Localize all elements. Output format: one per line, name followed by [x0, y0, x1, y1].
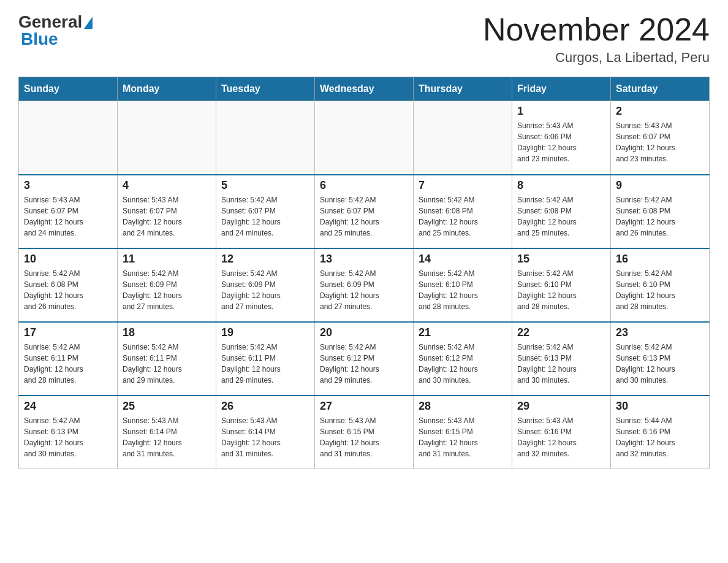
day-number: 22 — [517, 326, 605, 339]
day-number: 13 — [320, 253, 408, 266]
logo-line2: Blue — [18, 29, 58, 49]
weekday-header-friday: Friday — [512, 77, 611, 101]
weekday-header-saturday: Saturday — [611, 77, 710, 101]
day-info: Sunrise: 5:43 AMSunset: 6:15 PMDaylight:… — [320, 415, 408, 459]
calendar-cell — [216, 101, 315, 175]
day-info: Sunrise: 5:42 AMSunset: 6:08 PMDaylight:… — [24, 268, 112, 312]
day-info: Sunrise: 5:42 AMSunset: 6:11 PMDaylight:… — [123, 342, 211, 386]
day-number: 23 — [616, 326, 704, 339]
day-info: Sunrise: 5:42 AMSunset: 6:10 PMDaylight:… — [419, 268, 507, 312]
calendar-week-3: 10Sunrise: 5:42 AMSunset: 6:08 PMDayligh… — [19, 248, 710, 322]
page-title: November 2024 — [483, 12, 710, 47]
day-number: 15 — [517, 253, 605, 266]
day-number: 21 — [419, 326, 507, 339]
day-info: Sunrise: 5:42 AMSunset: 6:09 PMDaylight:… — [320, 268, 408, 312]
day-info: Sunrise: 5:42 AMSunset: 6:13 PMDaylight:… — [517, 342, 605, 386]
day-info: Sunrise: 5:42 AMSunset: 6:12 PMDaylight:… — [419, 342, 507, 386]
day-info: Sunrise: 5:42 AMSunset: 6:09 PMDaylight:… — [221, 268, 309, 312]
day-info: Sunrise: 5:43 AMSunset: 6:16 PMDaylight:… — [517, 415, 605, 459]
day-number: 28 — [419, 400, 507, 413]
calendar-week-1: 1Sunrise: 5:43 AMSunset: 6:06 PMDaylight… — [19, 101, 710, 175]
calendar-cell: 30Sunrise: 5:44 AMSunset: 6:16 PMDayligh… — [611, 396, 710, 469]
calendar-cell: 8Sunrise: 5:42 AMSunset: 6:08 PMDaylight… — [512, 175, 611, 248]
logo-triangle-icon — [84, 17, 93, 29]
calendar-header-row: SundayMondayTuesdayWednesdayThursdayFrid… — [19, 77, 710, 101]
weekday-header-sunday: Sunday — [19, 77, 118, 101]
calendar-cell: 15Sunrise: 5:42 AMSunset: 6:10 PMDayligh… — [512, 248, 611, 322]
day-info: Sunrise: 5:42 AMSunset: 6:07 PMDaylight:… — [221, 194, 309, 239]
calendar-cell: 10Sunrise: 5:42 AMSunset: 6:08 PMDayligh… — [19, 248, 118, 322]
day-info: Sunrise: 5:42 AMSunset: 6:09 PMDaylight:… — [123, 268, 211, 312]
calendar-cell — [19, 101, 118, 175]
day-info: Sunrise: 5:43 AMSunset: 6:14 PMDaylight:… — [123, 415, 211, 459]
day-number: 16 — [616, 253, 704, 266]
day-number: 26 — [221, 400, 309, 413]
calendar-cell: 14Sunrise: 5:42 AMSunset: 6:10 PMDayligh… — [414, 248, 512, 322]
calendar-week-2: 3Sunrise: 5:43 AMSunset: 6:07 PMDaylight… — [19, 175, 710, 248]
calendar-cell: 6Sunrise: 5:42 AMSunset: 6:07 PMDaylight… — [315, 175, 414, 248]
day-number: 4 — [123, 179, 211, 192]
day-number: 25 — [123, 400, 211, 413]
weekday-header-wednesday: Wednesday — [315, 77, 414, 101]
calendar-cell: 27Sunrise: 5:43 AMSunset: 6:15 PMDayligh… — [315, 396, 414, 469]
day-number: 18 — [123, 326, 211, 339]
day-info: Sunrise: 5:42 AMSunset: 6:10 PMDaylight:… — [616, 268, 704, 312]
day-info: Sunrise: 5:42 AMSunset: 6:07 PMDaylight:… — [320, 194, 408, 239]
day-info: Sunrise: 5:42 AMSunset: 6:13 PMDaylight:… — [24, 415, 112, 459]
day-info: Sunrise: 5:43 AMSunset: 6:14 PMDaylight:… — [221, 415, 309, 459]
day-number: 11 — [123, 253, 211, 266]
calendar-cell: 9Sunrise: 5:42 AMSunset: 6:08 PMDaylight… — [611, 175, 710, 248]
page-subtitle: Curgos, La Libertad, Peru — [483, 50, 710, 66]
day-number: 14 — [419, 253, 507, 266]
calendar-cell: 1Sunrise: 5:43 AMSunset: 6:06 PMDaylight… — [512, 101, 611, 175]
calendar-cell: 13Sunrise: 5:42 AMSunset: 6:09 PMDayligh… — [315, 248, 414, 322]
page-header: General Blue November 2024 Curgos, La Li… — [18, 12, 710, 66]
calendar-week-4: 17Sunrise: 5:42 AMSunset: 6:11 PMDayligh… — [19, 322, 710, 396]
day-number: 27 — [320, 400, 408, 413]
calendar-cell: 25Sunrise: 5:43 AMSunset: 6:14 PMDayligh… — [118, 396, 216, 469]
calendar-week-5: 24Sunrise: 5:42 AMSunset: 6:13 PMDayligh… — [19, 396, 710, 469]
calendar-cell — [118, 101, 216, 175]
calendar-cell: 4Sunrise: 5:43 AMSunset: 6:07 PMDaylight… — [118, 175, 216, 248]
day-number: 10 — [24, 253, 112, 266]
calendar-cell: 20Sunrise: 5:42 AMSunset: 6:12 PMDayligh… — [315, 322, 414, 396]
day-info: Sunrise: 5:42 AMSunset: 6:11 PMDaylight:… — [24, 342, 112, 386]
day-number: 6 — [320, 179, 408, 192]
day-info: Sunrise: 5:43 AMSunset: 6:07 PMDaylight:… — [24, 194, 112, 239]
calendar-cell — [414, 101, 512, 175]
day-info: Sunrise: 5:42 AMSunset: 6:08 PMDaylight:… — [517, 194, 605, 239]
calendar-cell: 7Sunrise: 5:42 AMSunset: 6:08 PMDaylight… — [414, 175, 512, 248]
day-number: 29 — [517, 400, 605, 413]
calendar-cell: 19Sunrise: 5:42 AMSunset: 6:11 PMDayligh… — [216, 322, 315, 396]
day-number: 8 — [517, 179, 605, 192]
day-number: 17 — [24, 326, 112, 339]
day-number: 7 — [419, 179, 507, 192]
day-info: Sunrise: 5:42 AMSunset: 6:13 PMDaylight:… — [616, 342, 704, 386]
calendar-cell: 12Sunrise: 5:42 AMSunset: 6:09 PMDayligh… — [216, 248, 315, 322]
calendar-cell: 5Sunrise: 5:42 AMSunset: 6:07 PMDaylight… — [216, 175, 315, 248]
calendar-cell: 23Sunrise: 5:42 AMSunset: 6:13 PMDayligh… — [611, 322, 710, 396]
day-info: Sunrise: 5:43 AMSunset: 6:15 PMDaylight:… — [419, 415, 507, 459]
weekday-header-monday: Monday — [118, 77, 216, 101]
weekday-header-tuesday: Tuesday — [216, 77, 315, 101]
day-info: Sunrise: 5:44 AMSunset: 6:16 PMDaylight:… — [616, 415, 704, 459]
calendar-cell: 26Sunrise: 5:43 AMSunset: 6:14 PMDayligh… — [216, 396, 315, 469]
day-number: 19 — [221, 326, 309, 339]
day-info: Sunrise: 5:42 AMSunset: 6:10 PMDaylight:… — [517, 268, 605, 312]
calendar-cell: 2Sunrise: 5:43 AMSunset: 6:07 PMDaylight… — [611, 101, 710, 175]
calendar-cell: 11Sunrise: 5:42 AMSunset: 6:09 PMDayligh… — [118, 248, 216, 322]
day-number: 3 — [24, 179, 112, 192]
day-number: 24 — [24, 400, 112, 413]
calendar-cell: 16Sunrise: 5:42 AMSunset: 6:10 PMDayligh… — [611, 248, 710, 322]
calendar-cell: 21Sunrise: 5:42 AMSunset: 6:12 PMDayligh… — [414, 322, 512, 396]
day-info: Sunrise: 5:43 AMSunset: 6:07 PMDaylight:… — [616, 120, 704, 164]
calendar-cell: 29Sunrise: 5:43 AMSunset: 6:16 PMDayligh… — [512, 396, 611, 469]
calendar-cell: 18Sunrise: 5:42 AMSunset: 6:11 PMDayligh… — [118, 322, 216, 396]
day-info: Sunrise: 5:43 AMSunset: 6:07 PMDaylight:… — [123, 194, 211, 239]
calendar-cell: 17Sunrise: 5:42 AMSunset: 6:11 PMDayligh… — [19, 322, 118, 396]
day-info: Sunrise: 5:42 AMSunset: 6:08 PMDaylight:… — [419, 194, 507, 239]
calendar-table: SundayMondayTuesdayWednesdayThursdayFrid… — [18, 77, 710, 469]
day-number: 5 — [221, 179, 309, 192]
day-number: 12 — [221, 253, 309, 266]
day-info: Sunrise: 5:43 AMSunset: 6:06 PMDaylight:… — [517, 120, 605, 164]
